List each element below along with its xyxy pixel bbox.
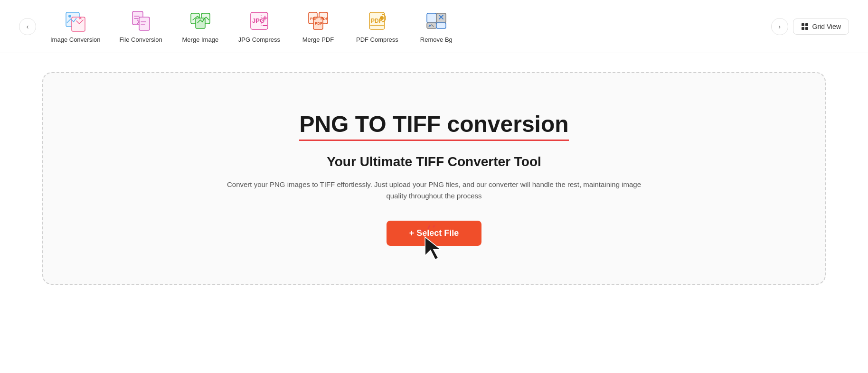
svg-rect-4 [139, 17, 150, 30]
nav-item-file-conversion[interactable]: File Conversion [120, 9, 162, 43]
next-arrow-button[interactable]: › [771, 18, 788, 35]
merge-pdf-label: Merge PDF [302, 36, 334, 43]
nav-item-jpg-compress[interactable]: JPG JPG Compress [238, 9, 280, 43]
svg-rect-26 [802, 27, 804, 30]
jpg-compress-icon: JPG [248, 9, 271, 32]
svg-rect-19 [427, 13, 436, 23]
pdf-compress-icon: PDF [366, 9, 388, 32]
nav-item-remove-bg[interactable]: Remove Bg [417, 9, 455, 43]
pdf-compress-label: PDF Compress [356, 36, 398, 43]
prev-arrow-button[interactable]: ‹ [19, 18, 36, 35]
nav-item-image-conversion[interactable]: Image Conversion [50, 9, 101, 43]
svg-text:PDF: PDF [321, 17, 328, 21]
svg-rect-27 [805, 27, 808, 30]
conversion-box: PNG TO TIFF conversion Your Ultimate TIF… [42, 72, 826, 285]
prev-arrow-icon: ‹ [27, 23, 29, 30]
svg-point-2 [68, 15, 71, 18]
nav-item-merge-image[interactable]: Merge Image [181, 9, 219, 43]
file-conversion-label: File Conversion [120, 36, 162, 43]
merge-pdf-icon: PDF PDF PDF [307, 9, 330, 32]
select-file-button[interactable]: + Select File [387, 221, 482, 246]
image-conversion-label: Image Conversion [50, 36, 101, 43]
svg-text:PDF: PDF [310, 17, 318, 21]
main-title: PNG TO TIFF conversion [299, 111, 568, 137]
main-content: PNG TO TIFF conversion Your Ultimate TIF… [0, 53, 868, 304]
nav-items-container: Image Conversion File Conversion [41, 9, 766, 43]
nav-item-merge-pdf[interactable]: PDF PDF PDF Merge PDF [299, 9, 337, 43]
svg-rect-21 [427, 23, 436, 28]
svg-rect-25 [805, 23, 808, 26]
nav-item-pdf-compress[interactable]: PDF PDF Compress [356, 9, 398, 43]
remove-bg-label: Remove Bg [420, 36, 453, 43]
description-text: Convert your PNG images to TIFF effortle… [220, 179, 648, 202]
sub-title: Your Ultimate TIFF Converter Tool [327, 154, 541, 169]
grid-view-button[interactable]: Grid View [793, 19, 849, 35]
remove-bg-icon [425, 9, 448, 32]
svg-point-18 [380, 16, 384, 20]
svg-rect-1 [72, 17, 85, 31]
grid-view-icon [801, 23, 809, 30]
select-file-container: + Select File [387, 221, 482, 246]
merge-image-icon [189, 9, 212, 32]
svg-point-23 [429, 25, 431, 27]
merge-image-label: Merge Image [182, 36, 219, 43]
next-arrow-icon: › [778, 23, 781, 30]
nav-bar: ‹ Image Conversion [0, 0, 868, 53]
svg-rect-24 [802, 23, 804, 26]
svg-rect-22 [436, 23, 446, 28]
jpg-compress-label: JPG Compress [238, 36, 280, 43]
select-file-label: + Select File [409, 228, 459, 238]
svg-rect-20 [436, 13, 446, 23]
grid-view-label: Grid View [812, 23, 841, 30]
file-conversion-icon [130, 9, 152, 32]
image-conversion-icon [64, 9, 87, 32]
svg-text:PDF: PDF [315, 21, 322, 26]
